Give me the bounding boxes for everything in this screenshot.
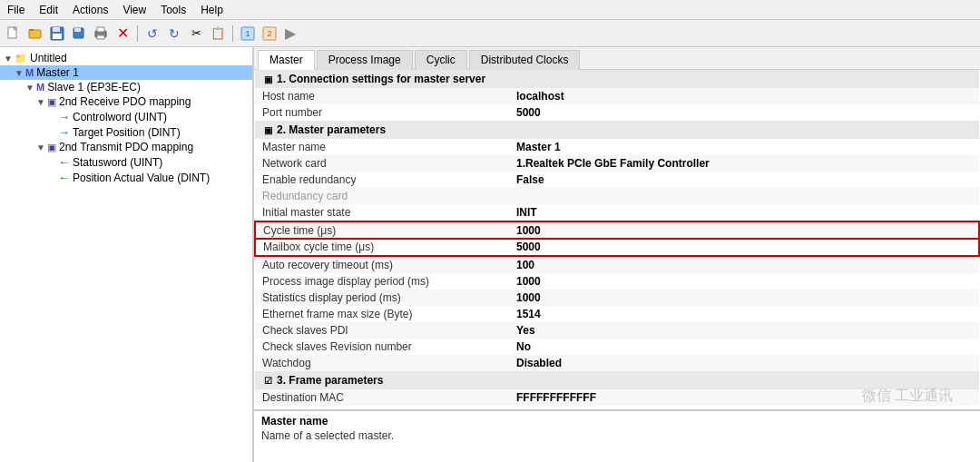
prop-name-redcard: Redundancy card xyxy=(255,188,509,204)
menu-tools[interactable]: Tools xyxy=(153,2,193,18)
svg-rect-11 xyxy=(97,27,104,32)
row-mastername: Master name Master 1 xyxy=(255,139,979,155)
section-frame-label: 3. Frame parameters xyxy=(277,374,383,387)
open-button[interactable] xyxy=(25,24,45,44)
prop-value-procimage[interactable]: 1000 xyxy=(509,273,979,290)
prop-name-statsperiod: Statistics display period (ms) xyxy=(255,290,509,306)
prop-value-redundancy[interactable]: False xyxy=(509,172,979,188)
master-icon: M xyxy=(25,67,34,78)
tree-item-untitled[interactable]: ▼ 📁 Untitled xyxy=(0,51,252,65)
tree-label-tgtpos: Target Position (DINT) xyxy=(73,126,181,139)
menu-help[interactable]: Help xyxy=(193,2,230,18)
prop-value-mastername[interactable]: Master 1 xyxy=(509,139,979,155)
tree-label-untitled: Untitled xyxy=(30,52,67,64)
properties-table: ▣ 1. Connection settings for master serv… xyxy=(254,70,980,409)
tree-expand-txpdo[interactable]: ▼ xyxy=(36,143,47,152)
row-statsperiod: Statistics display period (ms) 1000 xyxy=(255,290,979,306)
prop-name-checkrev: Check slaves Revision number xyxy=(255,339,509,355)
prop-value-hostname[interactable]: localhost xyxy=(509,88,979,104)
prop-value-framesize[interactable]: 1514 xyxy=(509,306,979,322)
menubar: File Edit Actions View Tools Help xyxy=(0,0,980,20)
cut-button[interactable]: ✂ xyxy=(186,24,206,44)
tree-item-posact[interactable]: ← Position Actual Value (DINT) xyxy=(0,170,252,185)
row-redcard: Redundancy card xyxy=(255,188,979,204)
toolbar-separator-1 xyxy=(137,25,138,42)
prop-name-watchdog: Watchdog xyxy=(255,355,509,371)
tab-master[interactable]: Master xyxy=(258,50,315,70)
svg-rect-6 xyxy=(53,27,60,32)
prop-value-checkpdi[interactable]: Yes xyxy=(509,322,979,339)
prop-value-mailboxtime[interactable]: 5000 xyxy=(509,239,979,256)
extra-btn2[interactable]: 2 xyxy=(260,24,279,44)
txpdo-icon: ▣ xyxy=(47,142,56,153)
prop-value-redcard[interactable] xyxy=(509,188,979,204)
prop-name-framesize: Ethernet frame max size (Byte) xyxy=(255,306,509,322)
arrow-out2-icon: ← xyxy=(58,171,70,184)
tree-item-txpdo[interactable]: ▼ ▣ 2nd Transmit PDO mapping xyxy=(0,140,252,154)
delete-button[interactable]: ✕ xyxy=(113,24,132,44)
save-button[interactable] xyxy=(47,24,67,44)
section-conn-header: ▣ 1. Connection settings for master serv… xyxy=(255,70,979,88)
tab-cyclic[interactable]: Cyclic xyxy=(415,50,467,70)
prop-value-networkcard[interactable]: 1.Realtek PCIe GbE Family Controller xyxy=(509,155,979,172)
prop-name-networkcard: Network card xyxy=(255,155,509,172)
tree-item-ctrl[interactable]: → Controlword (UINT) xyxy=(0,109,252,124)
prop-name-redundancy: Enable redundancy xyxy=(255,172,509,188)
paste-button[interactable]: 📋 xyxy=(208,24,228,44)
tree-expand-master1[interactable]: ▼ xyxy=(15,68,25,78)
svg-rect-9 xyxy=(74,28,81,32)
section-conn-label: 1. Connection settings for master server xyxy=(277,73,485,85)
prop-name-mailboxtime: Mailbox cycle time (μs) xyxy=(255,239,509,256)
tree-item-master1[interactable]: ▼ M Master 1 xyxy=(0,65,252,80)
print-button[interactable] xyxy=(91,24,111,44)
row-initstate: Initial master state INIT xyxy=(255,204,979,221)
section-master-collapse-icon[interactable]: ▣ xyxy=(262,125,273,135)
tabs-bar: Master Process Image Cyclic Distributed … xyxy=(254,47,980,70)
section-conn-collapse-icon[interactable]: ▣ xyxy=(262,74,273,84)
prop-value-watchdog[interactable]: Disabled xyxy=(509,355,979,371)
prop-value-port[interactable]: 5000 xyxy=(509,104,979,121)
rxpdo-icon: ▣ xyxy=(47,96,56,108)
tree-item-rxpdo[interactable]: ▼ ▣ 2nd Receive PDO mapping xyxy=(0,94,252,109)
row-checkpdi: Check slaves PDI Yes xyxy=(255,322,979,339)
row-cycletime: Cycle time (μs) 1000 xyxy=(255,221,979,239)
bottom-bar: Master name Name of a selected master. xyxy=(254,409,980,462)
menu-actions[interactable]: Actions xyxy=(65,2,115,18)
tree-expand-slave1[interactable]: ▼ xyxy=(25,83,36,93)
tree-label-rxpdo: 2nd Receive PDO mapping xyxy=(59,95,191,108)
tree-item-tgtpos[interactable]: → Target Position (DINT) xyxy=(0,124,252,140)
tab-distributed-clocks[interactable]: Distributed Clocks xyxy=(469,50,581,70)
save-all-button[interactable] xyxy=(69,24,89,44)
prop-value-destmac[interactable]: FFFFFFFFFFFF xyxy=(509,389,979,406)
tree-expand-untitled[interactable]: ▼ xyxy=(4,54,15,64)
section-frame-collapse-icon[interactable]: ☑ xyxy=(262,376,273,386)
prop-name-port: Port number xyxy=(255,104,509,121)
menu-view[interactable]: View xyxy=(115,2,153,18)
row-watchdog: Watchdog Disabled xyxy=(255,355,979,371)
redo-button[interactable]: ↻ xyxy=(164,24,184,44)
undo-button[interactable]: ↺ xyxy=(142,24,162,44)
tree-expand-rxpdo[interactable]: ▼ xyxy=(36,97,47,107)
prop-name-cycletime: Cycle time (μs) xyxy=(255,221,509,239)
row-hostname: Host name localhost xyxy=(255,88,979,104)
prop-value-checkrev[interactable]: No xyxy=(509,339,979,355)
row-port: Port number 5000 xyxy=(255,104,979,121)
menu-file[interactable]: File xyxy=(0,2,32,18)
row-procimage: Process image display period (ms) 1000 xyxy=(255,273,979,290)
prop-value-initstate[interactable]: INIT xyxy=(509,204,979,221)
prop-value-statsperiod[interactable]: 1000 xyxy=(509,290,979,306)
tree-item-slave1[interactable]: ▼ M Slave 1 (EP3E-EC) xyxy=(0,80,252,94)
new-button[interactable] xyxy=(4,24,24,44)
svg-rect-7 xyxy=(53,34,62,39)
section-frame-title: ☑ 3. Frame parameters xyxy=(255,371,979,389)
prop-value-cycletime[interactable]: 1000 xyxy=(509,221,979,239)
extra-btn1[interactable]: 1 xyxy=(238,24,258,44)
arrow-in2-icon: → xyxy=(58,125,70,139)
menu-edit[interactable]: Edit xyxy=(32,2,65,18)
tab-process-image[interactable]: Process Image xyxy=(317,50,413,70)
prop-name-mastername: Master name xyxy=(255,139,509,155)
tree-label-posact: Position Actual Value (DINT) xyxy=(73,172,210,184)
tree-item-status[interactable]: ← Statusword (UINT) xyxy=(0,154,252,170)
prop-value-autorecover[interactable]: 100 xyxy=(509,256,979,273)
row-autorecover: Auto recovery timeout (ms) 100 xyxy=(255,256,979,273)
